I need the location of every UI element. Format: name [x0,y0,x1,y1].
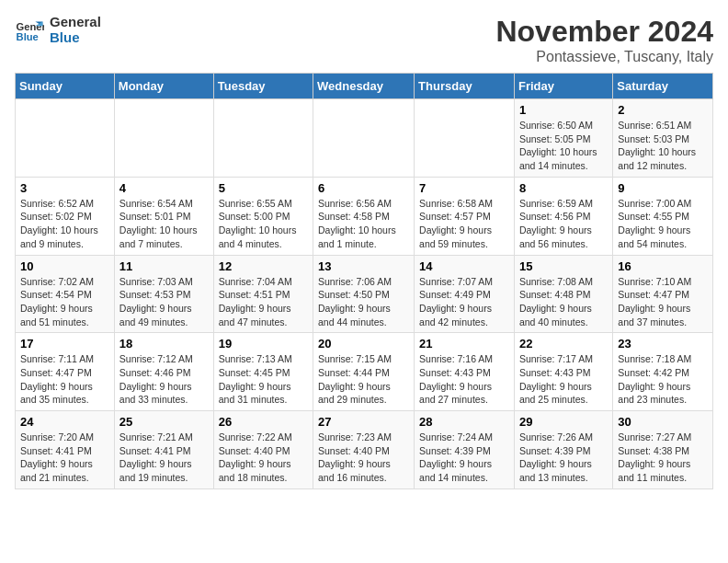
week-row-3: 10Sunrise: 7:02 AMSunset: 4:54 PMDayligh… [16,255,713,333]
week-row-5: 24Sunrise: 7:20 AMSunset: 4:41 PMDayligh… [16,411,713,489]
day-number: 23 [618,337,708,350]
day-cell-22: 22Sunrise: 7:17 AMSunset: 4:43 PMDayligh… [514,333,612,411]
calendar-table: SundayMondayTuesdayWednesdayThursdayFrid… [15,73,713,489]
day-detail: Sunrise: 6:58 AMSunset: 4:57 PMDaylight:… [419,197,509,251]
weekday-header-tuesday: Tuesday [213,74,313,99]
day-number: 6 [318,181,409,195]
day-number: 7 [419,181,509,195]
day-detail: Sunrise: 7:12 AMSunset: 4:46 PMDaylight:… [119,352,209,407]
weekday-header-saturday: Saturday [613,74,713,99]
weekday-header-friday: Friday [514,74,612,99]
title-area: November 2024 Pontassieve, Tuscany, Ital… [495,15,713,65]
day-cell-1: 1Sunrise: 6:50 AMSunset: 5:05 PMDaylight… [514,99,612,178]
day-detail: Sunrise: 6:51 AMSunset: 5:03 PMDaylight:… [618,119,708,173]
header: General Blue General Blue November 2024 … [15,15,713,65]
day-cell-10: 10Sunrise: 7:02 AMSunset: 4:54 PMDayligh… [16,255,115,333]
day-number: 16 [618,259,708,273]
logo-general: General [50,15,101,30]
day-cell-5: 5Sunrise: 6:55 AMSunset: 5:00 PMDaylight… [213,177,313,255]
day-detail: Sunrise: 6:54 AMSunset: 5:01 PMDaylight:… [119,197,209,251]
day-number: 26 [219,415,308,429]
day-cell-3: 3Sunrise: 6:52 AMSunset: 5:02 PMDaylight… [16,177,115,255]
day-detail: Sunrise: 7:07 AMSunset: 4:49 PMDaylight:… [419,275,509,329]
weekday-header-sunday: Sunday [16,74,115,99]
day-cell-21: 21Sunrise: 7:16 AMSunset: 4:43 PMDayligh… [415,333,515,411]
logo-blue: Blue [50,30,101,46]
day-cell-13: 13Sunrise: 7:06 AMSunset: 4:50 PMDayligh… [313,255,415,333]
day-detail: Sunrise: 6:55 AMSunset: 5:00 PMDaylight:… [219,197,308,251]
day-cell-4: 4Sunrise: 6:54 AMSunset: 5:01 PMDaylight… [114,177,213,255]
day-number: 20 [318,337,409,350]
weekday-header-wednesday: Wednesday [313,74,415,99]
day-cell-25: 25Sunrise: 7:21 AMSunset: 4:41 PMDayligh… [114,411,213,489]
day-number: 18 [119,337,209,350]
day-detail: Sunrise: 7:22 AMSunset: 4:40 PMDaylight:… [219,431,308,485]
day-cell-6: 6Sunrise: 6:56 AMSunset: 4:58 PMDaylight… [313,177,415,255]
day-number: 1 [519,103,608,117]
day-cell-14: 14Sunrise: 7:07 AMSunset: 4:49 PMDayligh… [415,255,515,333]
logo-icon: General Blue [15,16,44,45]
weekday-header-thursday: Thursday [415,74,515,99]
day-cell-16: 16Sunrise: 7:10 AMSunset: 4:47 PMDayligh… [613,255,713,333]
day-detail: Sunrise: 6:52 AMSunset: 5:02 PMDaylight:… [20,197,109,251]
day-detail: Sunrise: 7:06 AMSunset: 4:50 PMDaylight:… [318,275,409,329]
day-cell-empty-2 [213,99,313,178]
day-number: 12 [219,259,308,273]
day-detail: Sunrise: 6:56 AMSunset: 4:58 PMDaylight:… [318,197,409,251]
svg-text:Blue: Blue [17,31,39,42]
day-number: 24 [20,415,109,429]
weekday-header-monday: Monday [114,74,213,99]
day-cell-12: 12Sunrise: 7:04 AMSunset: 4:51 PMDayligh… [213,255,313,333]
day-cell-7: 7Sunrise: 6:58 AMSunset: 4:57 PMDaylight… [415,177,515,255]
day-number: 8 [519,181,608,195]
day-number: 15 [519,259,608,273]
day-cell-17: 17Sunrise: 7:11 AMSunset: 4:47 PMDayligh… [16,333,115,411]
main-title: November 2024 [495,15,713,49]
day-detail: Sunrise: 7:17 AMSunset: 4:43 PMDaylight:… [519,352,608,407]
day-number: 17 [20,337,109,350]
day-number: 25 [119,415,209,429]
day-number: 19 [219,337,308,350]
day-detail: Sunrise: 7:10 AMSunset: 4:47 PMDaylight:… [618,275,708,329]
day-detail: Sunrise: 7:24 AMSunset: 4:39 PMDaylight:… [419,431,509,485]
day-cell-18: 18Sunrise: 7:12 AMSunset: 4:46 PMDayligh… [114,333,213,411]
day-cell-26: 26Sunrise: 7:22 AMSunset: 4:40 PMDayligh… [213,411,313,489]
day-cell-15: 15Sunrise: 7:08 AMSunset: 4:48 PMDayligh… [514,255,612,333]
week-row-2: 3Sunrise: 6:52 AMSunset: 5:02 PMDaylight… [16,177,713,255]
logo: General Blue General Blue [15,15,101,45]
day-cell-empty-4 [415,99,515,178]
day-cell-empty-1 [114,99,213,178]
day-number: 9 [618,181,708,195]
day-cell-11: 11Sunrise: 7:03 AMSunset: 4:53 PMDayligh… [114,255,213,333]
day-cell-19: 19Sunrise: 7:13 AMSunset: 4:45 PMDayligh… [213,333,313,411]
day-detail: Sunrise: 7:16 AMSunset: 4:43 PMDaylight:… [419,352,509,407]
day-detail: Sunrise: 7:15 AMSunset: 4:44 PMDaylight:… [318,352,409,407]
subtitle: Pontassieve, Tuscany, Italy [495,49,713,65]
day-number: 28 [419,415,509,429]
day-cell-20: 20Sunrise: 7:15 AMSunset: 4:44 PMDayligh… [313,333,415,411]
day-cell-29: 29Sunrise: 7:26 AMSunset: 4:39 PMDayligh… [514,411,612,489]
week-row-4: 17Sunrise: 7:11 AMSunset: 4:47 PMDayligh… [16,333,713,411]
day-cell-9: 9Sunrise: 7:00 AMSunset: 4:55 PMDaylight… [613,177,713,255]
day-cell-28: 28Sunrise: 7:24 AMSunset: 4:39 PMDayligh… [415,411,515,489]
week-row-1: 1Sunrise: 6:50 AMSunset: 5:05 PMDaylight… [16,99,713,178]
day-cell-24: 24Sunrise: 7:20 AMSunset: 4:41 PMDayligh… [16,411,115,489]
day-detail: Sunrise: 7:23 AMSunset: 4:40 PMDaylight:… [318,431,409,485]
day-detail: Sunrise: 7:04 AMSunset: 4:51 PMDaylight:… [219,275,308,329]
day-detail: Sunrise: 7:08 AMSunset: 4:48 PMDaylight:… [519,275,608,329]
day-number: 13 [318,259,409,273]
day-number: 5 [219,181,308,195]
day-cell-27: 27Sunrise: 7:23 AMSunset: 4:40 PMDayligh… [313,411,415,489]
day-number: 27 [318,415,409,429]
day-cell-empty-3 [313,99,415,178]
day-cell-23: 23Sunrise: 7:18 AMSunset: 4:42 PMDayligh… [613,333,713,411]
day-number: 29 [519,415,608,429]
day-detail: Sunrise: 6:50 AMSunset: 5:05 PMDaylight:… [519,119,608,173]
day-number: 2 [618,103,708,117]
day-detail: Sunrise: 7:18 AMSunset: 4:42 PMDaylight:… [618,352,708,407]
header-row: SundayMondayTuesdayWednesdayThursdayFrid… [16,74,713,99]
day-cell-8: 8Sunrise: 6:59 AMSunset: 4:56 PMDaylight… [514,177,612,255]
day-detail: Sunrise: 7:26 AMSunset: 4:39 PMDaylight:… [519,431,608,485]
day-detail: Sunrise: 7:27 AMSunset: 4:38 PMDaylight:… [618,431,708,485]
day-detail: Sunrise: 7:03 AMSunset: 4:53 PMDaylight:… [119,275,209,329]
